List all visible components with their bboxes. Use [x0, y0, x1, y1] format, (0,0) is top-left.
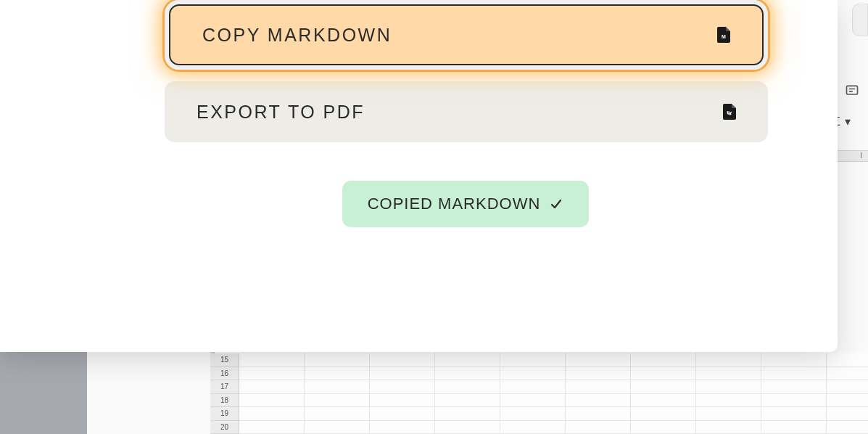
- copied-toast: COPIED MARKDOWN: [342, 181, 589, 227]
- dropdown-caret: ▾: [845, 115, 855, 128]
- check-icon: [549, 197, 563, 211]
- export-modal: COPY MARKDOWN M EXPORT TO PDF: [0, 0, 838, 352]
- copy-markdown-label: COPY MARKDOWN: [202, 25, 392, 46]
- export-options: COPY MARKDOWN M EXPORT TO PDF: [165, 0, 768, 142]
- copy-markdown-highlight-wrap: COPY MARKDOWN M: [165, 0, 768, 70]
- comment-icon[interactable]: [845, 83, 859, 98]
- toolbar-icons: [845, 83, 859, 98]
- svg-rect-0: [847, 86, 858, 94]
- copy-markdown-button[interactable]: COPY MARKDOWN M: [169, 4, 764, 65]
- column-label: I: [860, 152, 862, 160]
- toast-label: COPIED MARKDOWN: [368, 195, 541, 213]
- row-header[interactable]: 16: [210, 367, 239, 381]
- pdf-file-icon: [723, 104, 736, 120]
- side-panel-toggle[interactable]: [852, 4, 868, 36]
- row-header[interactable]: 15: [210, 353, 239, 367]
- export-pdf-button[interactable]: EXPORT TO PDF: [165, 81, 768, 142]
- markdown-file-icon: M: [717, 27, 730, 43]
- row-header[interactable]: 17: [210, 380, 239, 394]
- grid-cells[interactable]: [239, 353, 868, 434]
- row-header[interactable]: 19: [210, 407, 239, 421]
- row-header[interactable]: 20: [210, 421, 239, 435]
- row-headers: 15 16 17 18 19 20: [210, 353, 239, 434]
- svg-text:M: M: [722, 34, 726, 39]
- export-pdf-label: EXPORT TO PDF: [197, 102, 365, 123]
- row-header[interactable]: 18: [210, 394, 239, 408]
